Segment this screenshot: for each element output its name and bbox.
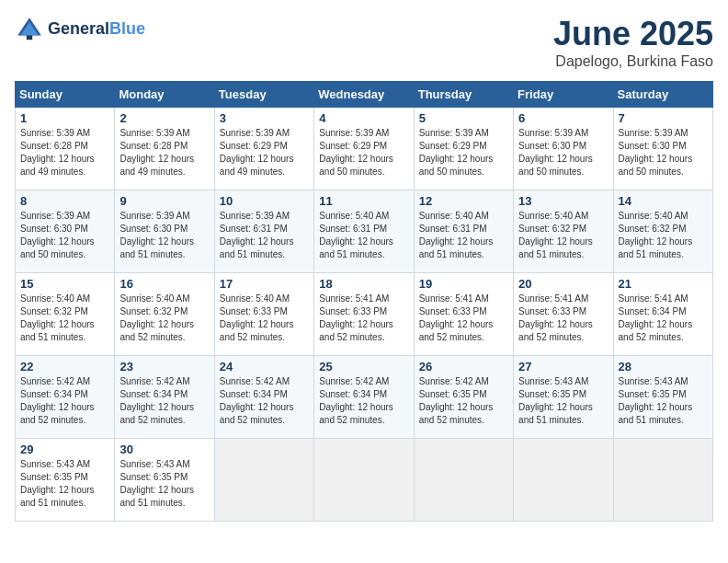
day-number: 16 — [119, 277, 209, 291]
day-header-tuesday: Tuesday — [214, 82, 313, 108]
cell-info: Sunrise: 5:42 AM Sunset: 6:35 PM Dayligh… — [419, 375, 508, 427]
cell-info: Sunrise: 5:39 AM Sunset: 6:31 PM Dayligh… — [220, 210, 309, 261]
calendar-cell: 1 Sunrise: 5:39 AM Sunset: 6:28 PM Dayli… — [16, 108, 115, 190]
cell-info: Sunrise: 5:43 AM Sunset: 6:35 PM Dayligh… — [119, 458, 209, 510]
cell-info: Sunrise: 5:39 AM Sunset: 6:30 PM Dayligh… — [119, 210, 209, 261]
calendar-cell: 11 Sunrise: 5:40 AM Sunset: 6:31 PM Dayl… — [314, 190, 414, 273]
cell-info: Sunrise: 5:39 AM Sunset: 6:30 PM Dayligh… — [20, 210, 109, 261]
calendar-cell: 9 Sunrise: 5:39 AM Sunset: 6:30 PM Dayli… — [115, 190, 214, 273]
cell-info: Sunrise: 5:40 AM Sunset: 6:32 PM Dayligh… — [20, 293, 109, 344]
calendar-cell: 8 Sunrise: 5:39 AM Sunset: 6:30 PM Dayli… — [16, 190, 115, 273]
day-number: 21 — [619, 277, 708, 291]
title-block: June 2025 Dapelogo, Burkina Faso — [553, 15, 713, 70]
cell-info: Sunrise: 5:43 AM Sunset: 6:35 PM Dayligh… — [518, 375, 608, 427]
day-number: 12 — [419, 194, 508, 208]
calendar-cell — [414, 439, 513, 522]
calendar-cell: 5 Sunrise: 5:39 AM Sunset: 6:29 PM Dayli… — [414, 108, 513, 190]
calendar-cell: 17 Sunrise: 5:40 AM Sunset: 6:33 PM Dayl… — [214, 273, 313, 356]
cell-info: Sunrise: 5:39 AM Sunset: 6:29 PM Dayligh… — [319, 127, 408, 178]
calendar-cell: 26 Sunrise: 5:42 AM Sunset: 6:35 PM Dayl… — [414, 356, 513, 439]
day-number: 27 — [518, 360, 608, 373]
cell-info: Sunrise: 5:42 AM Sunset: 6:34 PM Dayligh… — [119, 375, 209, 427]
day-number: 28 — [619, 360, 708, 373]
day-number: 20 — [518, 277, 608, 291]
cell-info: Sunrise: 5:40 AM Sunset: 6:31 PM Dayligh… — [319, 210, 408, 261]
day-number: 4 — [319, 111, 408, 125]
day-header-sunday: Sunday — [16, 82, 115, 108]
calendar-cell: 10 Sunrise: 5:39 AM Sunset: 6:31 PM Dayl… — [214, 190, 313, 273]
calendar-cell: 20 Sunrise: 5:41 AM Sunset: 6:33 PM Dayl… — [514, 273, 613, 356]
day-number: 5 — [419, 111, 508, 125]
day-number: 23 — [119, 360, 209, 373]
day-number: 8 — [20, 194, 109, 208]
calendar-cell: 14 Sunrise: 5:40 AM Sunset: 6:32 PM Dayl… — [613, 190, 712, 273]
calendar-cell — [514, 439, 613, 522]
day-number: 3 — [220, 111, 309, 125]
calendar-cell: 15 Sunrise: 5:40 AM Sunset: 6:32 PM Dayl… — [16, 273, 115, 356]
day-header-friday: Friday — [514, 82, 613, 108]
day-number: 17 — [220, 277, 309, 291]
calendar-week-3: 15 Sunrise: 5:40 AM Sunset: 6:32 PM Dayl… — [16, 273, 713, 356]
calendar-cell — [613, 439, 712, 522]
day-number: 9 — [119, 194, 209, 208]
cell-info: Sunrise: 5:43 AM Sunset: 6:35 PM Dayligh… — [20, 458, 109, 510]
cell-info: Sunrise: 5:39 AM Sunset: 6:28 PM Dayligh… — [119, 127, 209, 178]
logo-text: GeneralBlue — [48, 20, 145, 39]
calendar-cell: 28 Sunrise: 5:43 AM Sunset: 6:35 PM Dayl… — [613, 356, 712, 439]
cell-info: Sunrise: 5:41 AM Sunset: 6:33 PM Dayligh… — [319, 293, 408, 344]
cell-info: Sunrise: 5:40 AM Sunset: 6:33 PM Dayligh… — [220, 293, 309, 344]
calendar-cell: 2 Sunrise: 5:39 AM Sunset: 6:28 PM Dayli… — [115, 108, 214, 190]
calendar-cell: 13 Sunrise: 5:40 AM Sunset: 6:32 PM Dayl… — [514, 190, 613, 273]
calendar-cell: 24 Sunrise: 5:42 AM Sunset: 6:34 PM Dayl… — [214, 356, 313, 439]
month-title: June 2025 — [553, 15, 713, 53]
cell-info: Sunrise: 5:41 AM Sunset: 6:34 PM Dayligh… — [619, 293, 708, 344]
calendar-cell: 3 Sunrise: 5:39 AM Sunset: 6:29 PM Dayli… — [214, 108, 313, 190]
cell-info: Sunrise: 5:43 AM Sunset: 6:35 PM Dayligh… — [619, 375, 708, 427]
calendar-cell — [214, 439, 313, 522]
cell-info: Sunrise: 5:41 AM Sunset: 6:33 PM Dayligh… — [518, 293, 608, 344]
day-number: 10 — [220, 194, 309, 208]
cell-info: Sunrise: 5:39 AM Sunset: 6:29 PM Dayligh… — [220, 127, 309, 178]
calendar-week-2: 8 Sunrise: 5:39 AM Sunset: 6:30 PM Dayli… — [16, 190, 713, 273]
calendar-cell: 23 Sunrise: 5:42 AM Sunset: 6:34 PM Dayl… — [115, 356, 214, 439]
calendar-cell: 21 Sunrise: 5:41 AM Sunset: 6:34 PM Dayl… — [613, 273, 712, 356]
calendar-week-5: 29 Sunrise: 5:43 AM Sunset: 6:35 PM Dayl… — [16, 439, 713, 522]
cell-info: Sunrise: 5:39 AM Sunset: 6:30 PM Dayligh… — [619, 127, 708, 178]
day-number: 7 — [619, 111, 708, 125]
logo-icon — [15, 15, 44, 44]
day-number: 11 — [319, 194, 408, 208]
day-number: 15 — [20, 277, 109, 291]
cell-info: Sunrise: 5:39 AM Sunset: 6:29 PM Dayligh… — [419, 127, 508, 178]
calendar-cell: 4 Sunrise: 5:39 AM Sunset: 6:29 PM Dayli… — [314, 108, 414, 190]
calendar-cell: 12 Sunrise: 5:40 AM Sunset: 6:31 PM Dayl… — [414, 190, 513, 273]
calendar-cell: 6 Sunrise: 5:39 AM Sunset: 6:30 PM Dayli… — [514, 108, 613, 190]
cell-info: Sunrise: 5:40 AM Sunset: 6:32 PM Dayligh… — [119, 293, 209, 344]
cell-info: Sunrise: 5:40 AM Sunset: 6:32 PM Dayligh… — [619, 210, 708, 261]
calendar-week-1: 1 Sunrise: 5:39 AM Sunset: 6:28 PM Dayli… — [16, 108, 713, 190]
day-number: 18 — [319, 277, 408, 291]
calendar-cell — [314, 439, 414, 522]
day-number: 25 — [319, 360, 408, 373]
calendar-week-4: 22 Sunrise: 5:42 AM Sunset: 6:34 PM Dayl… — [16, 356, 713, 439]
day-number: 24 — [220, 360, 309, 373]
day-header-wednesday: Wednesday — [314, 82, 414, 108]
calendar-cell: 16 Sunrise: 5:40 AM Sunset: 6:32 PM Dayl… — [115, 273, 214, 356]
day-number: 22 — [20, 360, 109, 373]
day-number: 26 — [419, 360, 508, 373]
cell-info: Sunrise: 5:41 AM Sunset: 6:33 PM Dayligh… — [419, 293, 508, 344]
calendar-table: SundayMondayTuesdayWednesdayThursdayFrid… — [15, 81, 713, 522]
day-number: 2 — [119, 111, 209, 125]
day-number: 13 — [518, 194, 608, 208]
day-header-saturday: Saturday — [613, 82, 712, 108]
calendar-cell: 22 Sunrise: 5:42 AM Sunset: 6:34 PM Dayl… — [16, 356, 115, 439]
logo: GeneralBlue — [15, 15, 145, 44]
calendar-cell: 30 Sunrise: 5:43 AM Sunset: 6:35 PM Dayl… — [115, 439, 214, 522]
calendar-cell: 25 Sunrise: 5:42 AM Sunset: 6:34 PM Dayl… — [314, 356, 414, 439]
cell-info: Sunrise: 5:39 AM Sunset: 6:30 PM Dayligh… — [518, 127, 608, 178]
cell-info: Sunrise: 5:39 AM Sunset: 6:28 PM Dayligh… — [20, 127, 109, 178]
day-number: 29 — [20, 442, 109, 456]
day-number: 14 — [619, 194, 708, 208]
location-title: Dapelogo, Burkina Faso — [553, 53, 713, 70]
cell-info: Sunrise: 5:42 AM Sunset: 6:34 PM Dayligh… — [319, 375, 408, 427]
day-number: 19 — [419, 277, 508, 291]
